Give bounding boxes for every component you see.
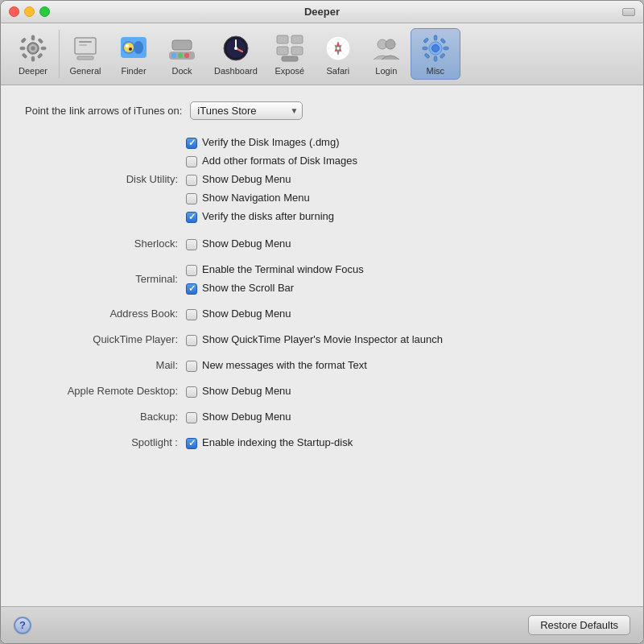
checkbox-show-debug-backup[interactable]	[186, 412, 197, 423]
svg-point-20	[129, 47, 132, 51]
checkbox-verify-disk-images[interactable]	[186, 138, 197, 149]
toolbar-item-dock[interactable]: Dock	[158, 29, 206, 79]
deeper-icon	[17, 32, 49, 64]
svg-rect-54	[424, 53, 430, 59]
toolbar-item-expose[interactable]: Exposé	[266, 29, 314, 79]
restore-defaults-button[interactable]: Restore Defaults	[528, 615, 630, 635]
new-messages-text-label: New messages with the format Text	[202, 357, 367, 374]
help-button[interactable]: ?	[14, 617, 31, 634]
itunes-dropdown[interactable]: iTunes Store iTunes Library	[190, 101, 303, 120]
svg-rect-34	[291, 47, 303, 55]
safari-label: Safari	[326, 66, 349, 76]
sherlock-options: Show Debug Menu	[186, 236, 291, 252]
svg-rect-25	[172, 40, 192, 50]
quicktime-section: QuickTime Player: Show QuickTime Player'…	[25, 332, 619, 348]
svg-rect-12	[77, 56, 93, 60]
svg-point-46	[386, 39, 395, 49]
login-icon	[370, 32, 402, 64]
svg-point-10	[31, 46, 35, 50]
dashboard-label: Dashboard	[214, 66, 258, 76]
show-scroll-bar-label: Show the Scroll Bar	[202, 280, 294, 296]
checkbox-add-other-formats[interactable]	[186, 156, 197, 167]
show-debug-addressbook-label: Show Debug Menu	[202, 306, 291, 322]
svg-point-17	[124, 43, 134, 52]
add-other-formats-label: Add other formats of Disk Images	[202, 153, 357, 169]
disk-utility-options: Verify the Disk Images (.dmg) Add other …	[186, 134, 357, 225]
traffic-lights	[9, 6, 50, 17]
option-row: Verify the Disk Images (.dmg)	[186, 134, 357, 151]
checkbox-new-messages-text[interactable]	[186, 361, 197, 372]
resize-icon	[622, 8, 635, 16]
svg-rect-6	[37, 53, 43, 59]
bottom-bar: ? Restore Defaults	[1, 606, 643, 643]
checkbox-enable-indexing[interactable]	[186, 438, 197, 449]
maximize-button[interactable]	[39, 6, 50, 17]
toolbar-item-general[interactable]: General	[61, 29, 109, 79]
svg-rect-47	[434, 35, 437, 40]
close-button[interactable]	[9, 6, 19, 17]
svg-rect-35	[282, 56, 298, 61]
option-row: Show the Scroll Bar	[186, 280, 364, 296]
address-book-options: Show Debug Menu	[186, 306, 291, 322]
checkbox-show-scroll-bar[interactable]	[186, 283, 197, 295]
ard-label: Apple Remote Desktop:	[25, 383, 186, 399]
checkbox-show-debug-disk[interactable]	[186, 175, 197, 186]
general-icon	[69, 32, 101, 64]
svg-rect-8	[22, 53, 27, 59]
checkbox-enable-terminal-focus[interactable]	[186, 265, 197, 276]
svg-rect-32	[291, 35, 303, 43]
checkbox-show-navigation-menu[interactable]	[186, 193, 197, 204]
svg-rect-50	[444, 47, 448, 50]
login-label: Login	[375, 66, 397, 76]
backup-label: Backup:	[25, 409, 186, 425]
svg-rect-13	[79, 41, 92, 43]
checkbox-show-debug-ard[interactable]	[186, 386, 197, 398]
toolbar-item-safari[interactable]: Safari	[314, 29, 362, 79]
toolbar-item-login[interactable]: Login	[362, 29, 411, 79]
misc-label: Misc	[427, 66, 445, 76]
option-row: Add other formats of Disk Images	[186, 153, 357, 169]
toolbar-item-deeper[interactable]: Deeper	[9, 29, 57, 79]
checkbox-show-debug-sherlock[interactable]	[186, 239, 197, 250]
svg-rect-52	[440, 53, 445, 59]
toolbar-item-misc[interactable]: Misc	[411, 28, 460, 80]
svg-rect-4	[41, 47, 46, 50]
terminal-section: Terminal: Enable the Terminal window Foc…	[25, 262, 619, 296]
itunes-section: Point the link arrows of iTunes on: iTun…	[25, 101, 619, 120]
verify-disk-images-label: Verify the Disk Images (.dmg)	[202, 134, 340, 151]
enable-indexing-label: Enable indexing the Startup-disk	[202, 435, 353, 451]
minimize-button[interactable]	[24, 6, 35, 17]
option-row: Verify the disks after burning	[186, 208, 357, 225]
dock-label: Dock	[171, 66, 192, 76]
svg-point-44	[336, 47, 340, 50]
option-row: Show Debug Menu	[186, 171, 357, 188]
svg-rect-31	[277, 35, 288, 43]
svg-rect-14	[79, 44, 87, 46]
svg-rect-48	[434, 56, 437, 61]
option-row: Show Debug Menu	[186, 383, 291, 399]
toolbar-item-finder[interactable]: Finder	[109, 29, 158, 79]
address-book-section: Address Book: Show Debug Menu	[25, 306, 619, 322]
itunes-dropdown-wrapper: iTunes Store iTunes Library ▼	[190, 101, 303, 120]
finder-label: Finder	[121, 66, 146, 76]
show-debug-disk-label: Show Debug Menu	[202, 171, 291, 188]
checkbox-show-debug-addressbook[interactable]	[186, 309, 197, 320]
svg-rect-5	[21, 38, 27, 43]
finder-icon	[118, 32, 150, 64]
svg-point-18	[134, 41, 143, 54]
quicktime-label: QuickTime Player:	[25, 332, 186, 348]
toolbar-item-dashboard[interactable]: Dashboard	[206, 29, 266, 79]
svg-rect-2	[31, 56, 35, 61]
mail-section: Mail: New messages with the format Text	[25, 357, 619, 374]
checkbox-verify-disks-burning[interactable]	[186, 212, 197, 223]
show-debug-sherlock-label: Show Debug Menu	[202, 236, 291, 252]
svg-rect-51	[423, 38, 429, 43]
safari-icon	[322, 32, 354, 64]
quicktime-options: Show QuickTime Player's Movie Inspector …	[186, 332, 443, 348]
terminal-options: Enable the Terminal window Focus Show th…	[186, 262, 364, 296]
svg-rect-3	[20, 47, 25, 50]
ard-section: Apple Remote Desktop: Show Debug Menu	[25, 383, 619, 399]
checkbox-quicktime-inspector[interactable]	[186, 335, 197, 346]
spotlight-options: Enable indexing the Startup-disk	[186, 435, 353, 451]
backup-section: Backup: Show Debug Menu	[25, 409, 619, 425]
